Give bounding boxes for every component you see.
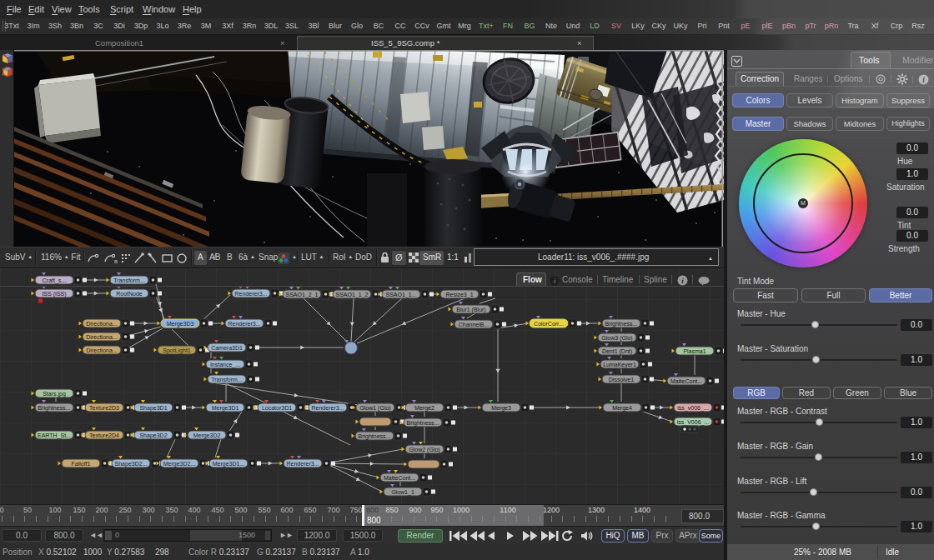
svg-text:MatteCont...: MatteCont...	[670, 378, 702, 384]
svg-text:Directiona...: Directiona...	[86, 348, 117, 353]
svg-text:Merge2: Merge2	[414, 405, 434, 412]
svg-text:Directiona...: Directiona...	[86, 334, 117, 340]
svg-text:Texture2D4: Texture2D4	[89, 432, 119, 438]
svg-text:Merge3D2...: Merge3D2...	[163, 461, 196, 468]
svg-text:Camera3D1: Camera3D1	[211, 345, 243, 351]
svg-text:Resize3_1: Resize3_1	[445, 292, 473, 298]
svg-text:Merge3D1...: Merge3D1...	[213, 461, 245, 468]
svg-text:Instance_...: Instance_...	[210, 362, 240, 368]
svg-text:Merge3D2: Merge3D2	[193, 432, 221, 439]
svg-text:Merge3: Merge3	[491, 405, 511, 412]
svg-text:Glow2 (Glo): Glow2 (Glo)	[409, 447, 439, 453]
svg-text:Brightness...: Brightness...	[407, 420, 439, 427]
svg-text:Locator3D1: Locator3D1	[262, 405, 292, 411]
svg-text:B: B	[114, 259, 118, 264]
svg-text:Directiona...: Directiona...	[86, 321, 117, 327]
svg-text:Renderer3...: Renderer3...	[235, 291, 268, 297]
svg-text:Dissolve1: Dissolve1	[609, 377, 634, 382]
svg-text:Shape3D1: Shape3D1	[139, 405, 167, 412]
svg-text:Brightness...: Brightness...	[38, 405, 71, 412]
svg-text:Glow1_1: Glow1_1	[391, 489, 414, 496]
svg-text:Blur1 (Blur): Blur1 (Blur)	[456, 307, 485, 313]
svg-text:MatteCont...: MatteCont...	[384, 475, 415, 481]
svg-text:Craft_s...: Craft_s...	[43, 278, 66, 284]
svg-text:RootNode: RootNode	[116, 291, 143, 297]
svg-text:SSAO1_1_2: SSAO1_1_2	[336, 292, 369, 298]
svg-text:Brightness...: Brightness...	[359, 433, 391, 440]
svg-text:Renderer3...: Renderer3...	[228, 321, 261, 327]
svg-text:Shape3D2...: Shape3D2...	[115, 461, 148, 468]
svg-text:SSAO1_1...: SSAO1_1...	[386, 292, 417, 298]
svg-text:Glow1 (Glo): Glow1 (Glo)	[359, 405, 390, 412]
svg-text:EARTH_St...: EARTH_St...	[38, 432, 71, 439]
svg-text:Glow3 (Glo): Glow3 (Glo)	[601, 335, 632, 342]
svg-text:Stars.jpg: Stars.jpg	[43, 391, 66, 398]
svg-text:Transform...: Transform...	[211, 377, 243, 382]
svg-text:ChannelB...: ChannelB...	[459, 322, 490, 328]
svg-text:LumaKeyer1: LumaKeyer1	[603, 362, 636, 368]
svg-text:Plasma1: Plasma1	[683, 348, 706, 354]
svg-text:Falloff1: Falloff1	[72, 461, 91, 467]
svg-text:Merge3D3: Merge3D3	[167, 321, 194, 328]
svg-text:ISS (ISS): ISS (ISS)	[42, 291, 66, 298]
svg-text:Merge4: Merge4	[612, 405, 632, 412]
svg-text:Renderer3...: Renderer3...	[312, 405, 344, 411]
svg-text:iss_V006_...: iss_V006_...	[677, 419, 710, 426]
svg-text:Shape3D2: Shape3D2	[139, 432, 167, 439]
svg-text:Merge3D1: Merge3D1	[212, 405, 239, 412]
svg-text:SSAO1_2_1: SSAO1_2_1	[286, 292, 319, 298]
svg-text:SpotLight1: SpotLight1	[163, 348, 191, 354]
svg-text:Transform...: Transform...	[113, 278, 145, 283]
svg-text:ColorCorr...: ColorCorr...	[534, 321, 564, 327]
svg-text:Texture2D3: Texture2D3	[89, 405, 119, 411]
svg-text:Dent1 (Dnt): Dent1 (Dnt)	[602, 348, 632, 355]
svg-text:Renderer3...: Renderer3...	[287, 461, 319, 467]
svg-text:Brightness...: Brightness...	[605, 321, 638, 328]
svg-text:iss_v006_...: iss_v006_...	[677, 405, 708, 412]
svg-text:i: i	[922, 76, 925, 84]
